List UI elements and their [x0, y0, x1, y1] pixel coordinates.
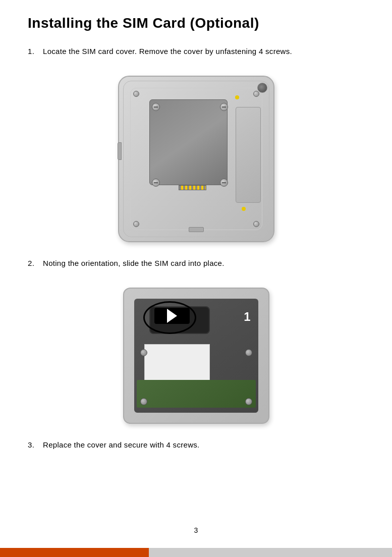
sim-screw-2	[245, 349, 252, 356]
sim-number-label: 1	[244, 310, 250, 324]
footer-bar	[0, 548, 392, 557]
page-number: 3	[194, 526, 198, 534]
sim-screw-3	[140, 398, 147, 405]
page-title: Installing the SIM Card (Optional)	[28, 15, 364, 31]
connector-strip	[179, 185, 206, 190]
bottom-port	[189, 227, 204, 232]
footer-bar-orange	[0, 548, 149, 557]
right-panel	[236, 107, 261, 203]
step-1-container: 1. Locate the SIM card cover. Remove the…	[28, 45, 364, 67]
sim-slot-area: 1	[134, 299, 258, 413]
sim-cover	[149, 99, 228, 185]
sim-insert-body: 1	[123, 288, 269, 424]
circuit-board-area	[137, 380, 256, 408]
corner-screw-bl	[133, 221, 139, 227]
arrow-right-icon	[167, 309, 177, 323]
screw-top-right	[220, 103, 228, 111]
step-2-container: 2. Noting the orientation, slide the SIM…	[28, 257, 364, 278]
step-3-text: Replace the cover and secure with 4 scre…	[43, 439, 364, 451]
sim-screw-4	[245, 398, 252, 405]
tablet-back-body	[118, 76, 274, 242]
page-container: Installing the SIM Card (Optional) 1. Lo…	[0, 0, 392, 557]
tablet-back-image	[118, 76, 274, 242]
step-1-text: Locate the SIM card cover. Remove the co…	[43, 45, 364, 58]
yellow-dot-bottom	[242, 207, 246, 211]
sim-screw-1	[140, 349, 147, 356]
corner-screw-tr	[253, 91, 259, 97]
step-2-number: 2.	[28, 257, 43, 269]
step-3-container: 3. Replace the cover and secure with 4 s…	[28, 439, 364, 460]
screw-bottom-right	[220, 179, 228, 187]
footer-bar-gray	[149, 548, 392, 557]
side-port	[118, 142, 122, 160]
image-1-container	[28, 76, 364, 242]
corner-screw-tl	[133, 91, 139, 97]
camera	[257, 83, 267, 93]
arrow-box	[154, 308, 190, 324]
screw-top-left	[152, 103, 160, 111]
step-2-text: Noting the orientation, slide the SIM ca…	[43, 257, 364, 269]
step-3-number: 3.	[28, 439, 43, 451]
sim-insert-image: 1	[123, 288, 269, 424]
yellow-dot-top	[235, 95, 239, 99]
step-1-number: 1.	[28, 45, 43, 58]
image-2-container: 1	[28, 288, 364, 424]
corner-screw-br	[253, 221, 259, 227]
screw-bottom-left	[152, 179, 160, 187]
